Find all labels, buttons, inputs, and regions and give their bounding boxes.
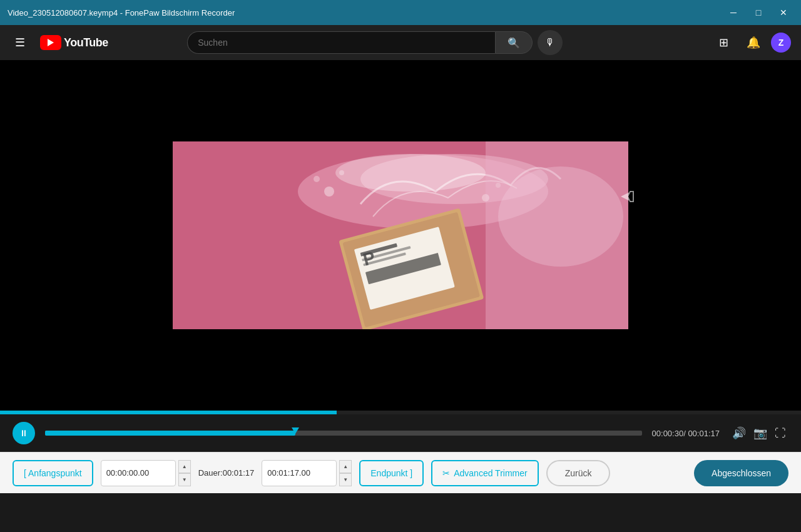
advanced-trimmer-button[interactable]: ✂ Advanced Trimmer [431, 460, 538, 486]
svg-point-5 [335, 154, 486, 192]
right-overlay-icon [616, 185, 638, 212]
create-icon: ⊞ [719, 36, 728, 49]
svg-point-19 [482, 194, 489, 202]
video-frame: P [173, 141, 628, 329]
timeline-track [45, 431, 642, 436]
title-bar-controls: ─ □ ✕ [723, 5, 793, 20]
minimize-button[interactable]: ─ [723, 5, 743, 20]
video-content-svg: P [173, 141, 628, 329]
menu-icon[interactable]: ☰ [10, 31, 30, 54]
svg-point-18 [339, 170, 344, 175]
anfangspunkt-button[interactable]: [ Anfangspunkt [13, 460, 93, 486]
camera-icon: 📷 [753, 426, 767, 440]
play-pause-button[interactable]: ⏸ [13, 422, 35, 444]
youtube-right-icons: ⊞ 🔔 Z [711, 30, 791, 55]
close-button[interactable]: ✕ [773, 5, 793, 20]
svg-point-16 [324, 187, 334, 197]
start-time-group: ▲ ▼ [101, 460, 191, 486]
volume-icon: 🔊 [732, 426, 746, 440]
search-button[interactable]: 🔍 [495, 31, 533, 54]
timeline-filled [45, 431, 295, 436]
mic-icon: 🎙 [545, 37, 555, 48]
action-bar: [ Anfangspunkt ▲ ▼ Dauer:00:01:17 ▲ ▼ En… [0, 452, 801, 493]
dauer-label: Dauer:00:01:17 [198, 468, 255, 478]
bell-icon: 🔔 [747, 36, 760, 49]
youtube-logo[interactable]: YouTube [40, 35, 108, 50]
video-area: P [0, 60, 801, 411]
fullscreen-button[interactable]: ⛶ [772, 424, 788, 442]
start-time-up[interactable]: ▲ [178, 460, 191, 473]
youtube-logo-text: YouTube [64, 36, 108, 49]
end-time-input[interactable] [262, 460, 337, 486]
youtube-logo-icon [40, 35, 61, 50]
svg-point-20 [496, 183, 501, 188]
end-time-spinner: ▲ ▼ [339, 460, 352, 486]
playback-filled [0, 411, 337, 414]
start-time-down[interactable]: ▼ [178, 473, 191, 486]
control-icons: 🔊 📷 ⛶ [730, 424, 788, 442]
avatar[interactable]: Z [771, 33, 791, 53]
search-area: 🔍 🎙 [187, 30, 563, 55]
timeline-container[interactable] [45, 427, 642, 439]
title-bar: Video_230512080607.keymp4 - FonePaw Bild… [0, 0, 801, 25]
endpunkt-button[interactable]: Endpunkt ] [359, 460, 424, 486]
timeline-handle[interactable] [292, 427, 299, 434]
start-time-spinner: ▲ ▼ [178, 460, 191, 486]
fullscreen-icon: ⛶ [775, 427, 786, 440]
mic-button[interactable]: 🎙 [538, 30, 563, 55]
end-time-up[interactable]: ▲ [339, 460, 352, 473]
advanced-trimmer-label: Advanced Trimmer [454, 468, 527, 478]
screenshot-button[interactable]: 📷 [751, 424, 770, 442]
play-pause-icon: ⏸ [19, 428, 28, 438]
create-button[interactable]: ⊞ [711, 30, 736, 55]
restore-button[interactable]: □ [748, 5, 768, 20]
scissors-icon: ✂ [442, 468, 450, 478]
search-input[interactable] [187, 31, 495, 54]
abgeschlossen-button[interactable]: Abgeschlossen [694, 460, 788, 486]
playback-progress-bar[interactable] [0, 411, 801, 414]
zuruck-button[interactable]: Zurück [546, 460, 611, 486]
end-time-down[interactable]: ▼ [339, 473, 352, 486]
svg-point-17 [314, 176, 320, 182]
notifications-button[interactable]: 🔔 [741, 30, 766, 55]
controls-bar: ⏸ 00:00:30/ 00:01:17 🔊 📷 ⛶ [0, 414, 801, 452]
start-time-input[interactable] [101, 460, 176, 486]
svg-point-15 [498, 166, 623, 267]
title-bar-text: Video_230512080607.keymp4 - FonePaw Bild… [8, 8, 235, 18]
youtube-toolbar: ☰ YouTube 🔍 🎙 ⊞ 🔔 Z [0, 25, 801, 60]
time-display: 00:00:30/ 00:01:17 [652, 429, 720, 438]
volume-button[interactable]: 🔊 [730, 424, 748, 442]
search-icon: 🔍 [508, 37, 520, 49]
end-time-group: ▲ ▼ [262, 460, 352, 486]
